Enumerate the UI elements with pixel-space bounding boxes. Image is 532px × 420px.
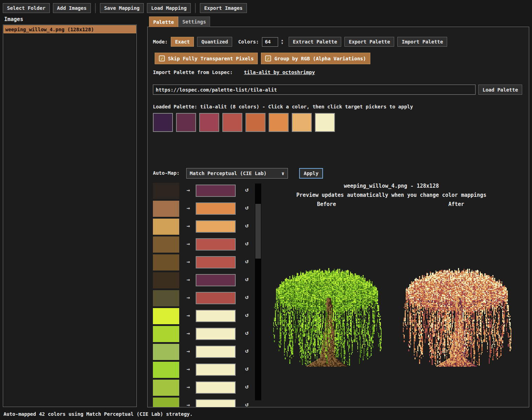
reset-mapping-icon[interactable]: ↺ <box>245 383 249 390</box>
lospec-url-input[interactable]: https://lospec.com/palette-list/tila-ali… <box>153 85 476 95</box>
target-color-picker[interactable] <box>196 274 236 286</box>
reset-mapping-icon[interactable]: ↺ <box>245 275 249 282</box>
automap-label: Auto-Map: <box>153 170 180 176</box>
images-panel-label: Images <box>4 16 23 22</box>
source-color-swatch[interactable] <box>153 219 179 235</box>
mapping-row: →↺ <box>153 398 258 407</box>
palette-color-swatch[interactable] <box>269 113 289 132</box>
palette-color-swatch[interactable] <box>176 113 196 132</box>
source-color-swatch[interactable] <box>153 308 179 324</box>
source-color-swatch[interactable] <box>153 398 179 407</box>
mapping-row: →↺ <box>153 290 258 308</box>
palette-tab-panel: Mode: Exact Quantized Colors: 64 ▲ ▼ Ext… <box>147 27 529 407</box>
source-color-swatch[interactable] <box>153 362 179 378</box>
mapping-row: →↺ <box>153 219 258 236</box>
tab-settings[interactable]: Settings <box>178 16 210 27</box>
reset-mapping-icon[interactable]: ↺ <box>245 329 249 336</box>
reset-mapping-icon[interactable]: ↺ <box>245 365 249 372</box>
target-color-picker[interactable] <box>196 364 236 376</box>
source-color-swatch[interactable] <box>153 326 179 342</box>
palette-color-swatch[interactable] <box>245 113 265 132</box>
colors-spinbox[interactable]: 64 <box>262 37 278 47</box>
tab-palette[interactable]: Palette <box>149 16 178 27</box>
mapping-row: →↺ <box>153 326 258 344</box>
image-list-item-selected[interactable]: weeping_willow_4.png (128x128) <box>4 25 136 33</box>
target-color-picker[interactable] <box>196 202 236 215</box>
mapping-row: →↺ <box>153 201 258 219</box>
palette-color-swatch[interactable] <box>315 113 335 132</box>
reset-mapping-icon[interactable]: ↺ <box>245 222 249 229</box>
target-color-picker[interactable] <box>196 220 236 233</box>
mapping-row: →↺ <box>153 272 258 290</box>
mapping-row: →↺ <box>153 344 258 362</box>
reset-mapping-icon[interactable]: ↺ <box>245 293 249 300</box>
palette-color-swatch[interactable] <box>153 113 173 132</box>
loaded-palette-text: Loaded Palette: tila-alit (8 colors) - C… <box>153 104 413 109</box>
colors-spinner-arrows[interactable]: ▲ ▼ <box>281 39 283 45</box>
target-color-picker[interactable] <box>196 328 236 340</box>
tab-bar: Palette Settings <box>149 16 210 27</box>
palette-color-swatch[interactable] <box>292 113 312 132</box>
scrollbar-thumb[interactable] <box>255 204 261 259</box>
target-color-picker[interactable] <box>196 238 236 251</box>
arrow-right-icon: → <box>187 240 190 247</box>
source-color-swatch[interactable] <box>153 201 179 217</box>
after-preview-image <box>398 254 514 370</box>
after-label: After <box>421 201 491 207</box>
target-color-picker[interactable] <box>196 185 236 197</box>
reset-mapping-icon[interactable]: ↺ <box>245 240 249 247</box>
arrow-right-icon: → <box>187 187 190 193</box>
source-color-swatch[interactable] <box>153 380 179 396</box>
load-palette-button[interactable]: Load Palette <box>478 85 522 95</box>
arrow-right-icon: → <box>187 401 190 407</box>
source-color-swatch[interactable] <box>153 183 179 199</box>
spin-up-icon[interactable]: ▲ <box>281 39 283 42</box>
reset-mapping-icon[interactable]: ↺ <box>245 258 249 265</box>
load-mapping-button[interactable]: Load Mapping <box>147 3 191 13</box>
images-listbox[interactable]: weeping_willow_4.png (128x128) <box>3 25 137 407</box>
mapping-scrollbar[interactable] <box>255 184 261 400</box>
reset-mapping-icon[interactable]: ↺ <box>245 311 249 318</box>
loaded-palette-swatches <box>153 113 335 132</box>
group-by-rgb-checkbox[interactable]: ✓ Group by RGB (Alpha Variations) <box>261 53 370 64</box>
source-color-swatch[interactable] <box>153 290 179 306</box>
export-images-button[interactable]: Export Images <box>200 3 247 13</box>
extract-palette-button[interactable]: Extract Palette <box>289 37 341 47</box>
source-color-swatch[interactable] <box>153 344 179 360</box>
spin-down-icon[interactable]: ▼ <box>281 42 283 45</box>
preview-subtitle: Preview updates automatically when you c… <box>269 192 514 198</box>
select-folder-button[interactable]: Select Folder <box>3 3 50 13</box>
import-palette-button[interactable]: Import Palette <box>397 37 447 47</box>
target-color-picker[interactable] <box>196 256 236 268</box>
mapping-row: →↺ <box>153 254 258 272</box>
save-mapping-button[interactable]: Save Mapping <box>100 3 144 13</box>
apply-automap-button[interactable]: Apply <box>299 168 323 179</box>
lospec-palette-link[interactable]: tila-alit by octoshrimpy <box>244 69 315 75</box>
source-color-swatch[interactable] <box>153 254 179 271</box>
target-color-picker[interactable] <box>196 292 236 304</box>
mapping-row: →↺ <box>153 183 258 201</box>
arrow-right-icon: → <box>187 330 190 336</box>
mapping-row: →↺ <box>153 308 258 326</box>
mode-exact-button[interactable]: Exact <box>171 37 194 47</box>
mode-quantized-button[interactable]: Quantized <box>197 37 232 47</box>
skip-transparent-checkbox[interactable]: ✓ Skip Fully Transparent Pixels <box>155 53 258 64</box>
reset-mapping-icon[interactable]: ↺ <box>245 347 249 354</box>
target-color-picker[interactable] <box>196 346 236 358</box>
export-palette-button[interactable]: Export Palette <box>344 37 394 47</box>
arrow-right-icon: → <box>187 384 190 390</box>
reset-mapping-icon[interactable]: ↺ <box>245 401 249 407</box>
target-color-picker[interactable] <box>196 381 236 394</box>
automap-strategy-select[interactable]: Match Perceptual (CIE Lab) ∨ <box>186 168 288 179</box>
reset-mapping-icon[interactable]: ↺ <box>245 186 249 193</box>
add-images-button[interactable]: Add Images <box>53 3 91 13</box>
palette-color-swatch[interactable] <box>199 113 219 132</box>
palette-color-swatch[interactable] <box>222 113 242 132</box>
source-color-swatch[interactable] <box>153 272 179 288</box>
source-color-swatch[interactable] <box>153 236 179 253</box>
reset-mapping-icon[interactable]: ↺ <box>245 204 249 211</box>
mapping-row: →↺ <box>153 362 258 380</box>
arrow-right-icon: → <box>187 348 190 354</box>
target-color-picker[interactable] <box>196 310 236 322</box>
target-color-picker[interactable] <box>196 399 236 407</box>
